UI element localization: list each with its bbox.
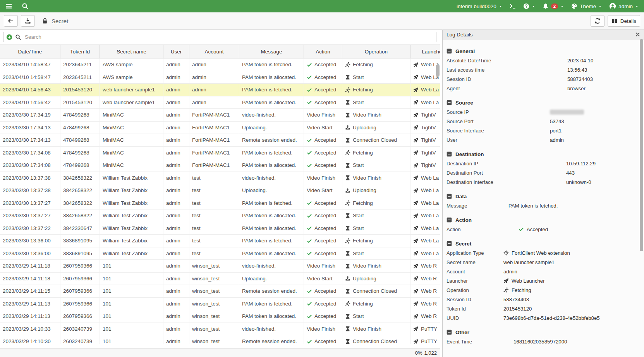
table-row[interactable]: 2023/04/10 14:58:472023645211AWS samplea… — [0, 58, 440, 71]
secret-value: MiniMAC — [103, 162, 124, 168]
column-header-operation[interactable]: Operation — [342, 45, 410, 58]
cell-secret: William Test Zabbix — [100, 235, 163, 247]
section-header-data[interactable]: Data — [447, 192, 637, 201]
table-row[interactable]: 2023/03/30 17:34:19478499268MiniMACadmin… — [0, 109, 440, 122]
upload-icon — [345, 188, 350, 193]
message-value: PAM token is allocated. — [242, 313, 296, 319]
cell-launcher: Web La — [410, 235, 440, 247]
table-row[interactable]: 2023/03/29 14:11:182607959366101adminwin… — [0, 260, 440, 273]
details-button-label: Details — [620, 18, 636, 24]
notification-badge: 2 — [551, 3, 558, 9]
launcher-value: Web R — [421, 301, 437, 307]
detail-value-text: 588734403 — [503, 297, 529, 302]
table-vertical-scrollbar[interactable] — [436, 64, 440, 77]
cell-message: Remote session ended. — [239, 335, 304, 344]
user-menu[interactable]: admin — [609, 3, 639, 10]
column-header-secret-name[interactable]: Secret name — [100, 45, 163, 58]
table-row[interactable]: 2023/04/10 14:58:472023645211AWS samplea… — [0, 71, 440, 84]
section-header-general[interactable]: General — [447, 46, 637, 56]
cell-launcher: TightV — [410, 159, 440, 172]
table-row[interactable]: 2023/03/30 13:37:383842658322William Tes… — [0, 184, 440, 197]
datetime-value: 2023/03/30 13:37:38 — [3, 175, 51, 181]
section-title: General — [455, 48, 475, 54]
bell-icon — [543, 3, 549, 9]
section-header-secret[interactable]: Secret — [447, 239, 637, 248]
download-button[interactable] — [21, 15, 35, 27]
search-input[interactable] — [24, 34, 433, 40]
close-icon[interactable] — [635, 32, 640, 37]
section-header-source[interactable]: Source — [447, 98, 637, 107]
table-row[interactable]: 2023/03/30 13:36:003836891095William Tes… — [0, 247, 440, 260]
message-value: PAM token is fetched. — [242, 62, 292, 67]
table-row[interactable]: 2023/04/10 14:56:422015453120web launche… — [0, 96, 440, 109]
build-selector[interactable]: interim build0020 — [457, 3, 502, 9]
table-row[interactable]: 2023/03/30 13:37:273842658322William Tes… — [0, 197, 440, 210]
add-filter-icon[interactable] — [6, 34, 12, 40]
rocket-icon — [413, 62, 419, 67]
column-header-message[interactable]: Message — [239, 45, 304, 58]
details-toggle-button[interactable]: Details — [608, 15, 640, 27]
rocket-icon — [413, 100, 419, 105]
rocket-icon — [413, 339, 419, 344]
run-icon — [503, 287, 509, 293]
table-row[interactable]: 2023/03/29 14:10:302603240739101adminwin… — [0, 335, 440, 344]
search-icon[interactable] — [22, 3, 29, 10]
menu-icon[interactable] — [5, 3, 12, 10]
table-row[interactable]: 2023/03/30 17:34:08478499268MiniMACadmin… — [0, 159, 440, 172]
table-row[interactable]: 2023/03/30 17:34:13478499268MiniMACadmin… — [0, 122, 440, 134]
detail-label: Destination Interface — [447, 179, 566, 185]
refresh-button[interactable] — [591, 15, 605, 27]
cell-message: Uploading. — [239, 184, 304, 197]
table-row[interactable]: 2023/03/29 14:10:332603240739101adminwin… — [0, 323, 440, 336]
cli-console-button[interactable] — [510, 3, 516, 9]
details-section-source: SourceSource IPSource Port53743Source In… — [447, 98, 637, 144]
column-header-account[interactable]: Account — [189, 45, 239, 58]
cell-operation: Start — [342, 222, 410, 235]
details-vertical-scrollbar[interactable] — [640, 39, 643, 251]
detail-row: Source Interfaceport1 — [447, 126, 637, 135]
detail-value: Accepted — [519, 227, 548, 232]
help-menu[interactable] — [523, 3, 535, 9]
column-header-token-id[interactable]: Token Id — [60, 45, 100, 58]
column-header-user[interactable]: User — [163, 45, 189, 58]
section-header-destination[interactable]: Destination — [447, 149, 637, 159]
cell-message: PAM token is allocated. — [239, 96, 304, 109]
chevron-down-icon — [532, 5, 535, 8]
table-row[interactable]: 2023/03/30 17:34:13478499268MiniMACadmin… — [0, 134, 440, 147]
table-row[interactable]: 2023/03/29 14:11:182607959366101adminwin… — [0, 273, 440, 285]
cell-action: Accepted — [304, 134, 342, 146]
section-header-other[interactable]: Other — [447, 328, 637, 337]
table-row[interactable]: 2023/03/29 14:11:132607959366101adminwin… — [0, 310, 440, 323]
hourglass-icon — [345, 100, 350, 105]
secret-value: William Test Zabbix — [103, 187, 148, 193]
table-row[interactable]: 2023/03/30 13:37:383842658322William Tes… — [0, 172, 440, 185]
theme-menu[interactable]: Theme — [571, 3, 602, 9]
table-row[interactable]: 2023/04/10 14:56:432015453120web launche… — [0, 84, 440, 96]
cell-operation: Start — [342, 71, 410, 84]
table-row[interactable]: 2023/03/30 13:36:003836891095William Tes… — [0, 235, 440, 247]
section-header-action[interactable]: Action — [447, 215, 637, 225]
table-row[interactable]: 2023/03/30 13:37:223842330647William Tes… — [0, 222, 440, 235]
column-header-launcher[interactable]: Launcher — [410, 45, 440, 58]
action-value: Accepted — [314, 288, 336, 294]
cell-user: admin — [163, 134, 189, 146]
hourglass-icon — [345, 213, 350, 218]
check-icon — [307, 100, 312, 105]
back-button[interactable] — [4, 15, 18, 27]
detail-label: Account — [447, 269, 503, 275]
column-header-action[interactable]: Action — [304, 45, 342, 58]
cell-action: Accepted — [304, 285, 342, 297]
table-row[interactable]: 2023/03/30 13:37:273842658322William Tes… — [0, 209, 440, 222]
detail-row: Source IP — [447, 107, 637, 117]
table-row[interactable]: 2023/03/29 14:11:152607959366101adminwin… — [0, 285, 440, 298]
table-row[interactable]: 2023/03/29 14:11:132607959366101adminwin… — [0, 298, 440, 311]
launcher-value: Web La — [421, 251, 439, 256]
detail-row: Session ID588734403 — [447, 295, 637, 304]
check-icon — [307, 163, 312, 168]
cell-user: admin — [163, 260, 189, 272]
cell-datetime: 2023/04/10 14:56:43 — [0, 84, 60, 96]
notifications-menu[interactable]: 2 — [543, 3, 564, 9]
column-header-date-time[interactable]: Date/Time — [0, 45, 60, 58]
table-row[interactable]: 2023/03/30 17:34:08478499268MiniMACadmin… — [0, 147, 440, 160]
detail-label: Application Type — [447, 250, 503, 256]
